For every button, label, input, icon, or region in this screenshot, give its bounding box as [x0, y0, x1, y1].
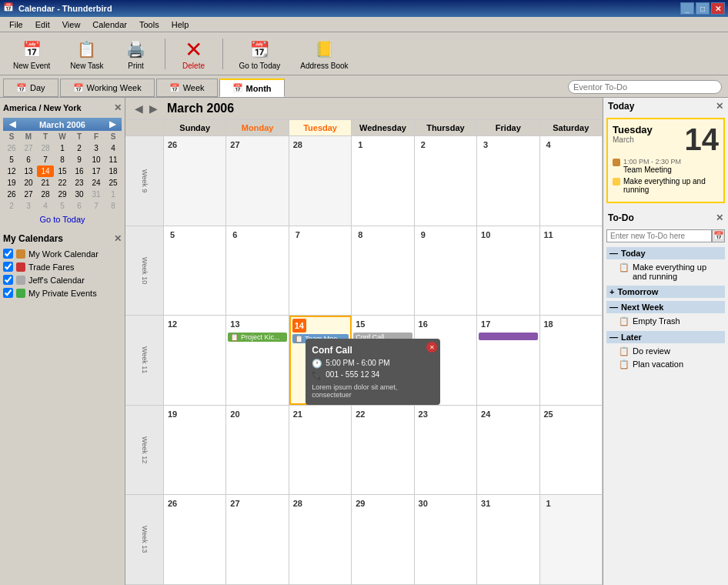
- mini-cal-day[interactable]: 26: [3, 142, 20, 154]
- day-10[interactable]: 10: [477, 226, 539, 316]
- day-27-mar[interactable]: 27: [226, 495, 289, 584]
- calendar-name-jeff[interactable]: Jeff's Calendar: [28, 276, 85, 285]
- day-27-feb[interactable]: 27: [226, 136, 289, 226]
- mini-cal-day[interactable]: 11: [105, 154, 122, 165]
- calendar-name-private[interactable]: My Private Events: [28, 289, 97, 298]
- day-7[interactable]: 7: [289, 226, 352, 316]
- address-book-button[interactable]: 📒 Address Book: [293, 33, 355, 74]
- todo-group-today-header[interactable]: — Today: [606, 247, 725, 259]
- mini-cal-day[interactable]: 14: [37, 165, 54, 177]
- day-23[interactable]: 23: [415, 406, 477, 495]
- day-2[interactable]: 2: [415, 136, 477, 226]
- day-9[interactable]: 9: [415, 226, 477, 316]
- mini-cal-day[interactable]: 3: [88, 142, 105, 154]
- day-25[interactable]: 25: [540, 406, 603, 495]
- project-kickoff-event[interactable]: 📋 Project Kic...: [228, 333, 286, 342]
- mini-cal-day[interactable]: 1: [54, 142, 71, 154]
- menu-calendar[interactable]: Calendar: [86, 18, 133, 31]
- menu-edit[interactable]: Edit: [29, 18, 56, 31]
- calendar-checkbox-trade[interactable]: [3, 262, 13, 272]
- mini-cal-day[interactable]: 18: [105, 165, 122, 177]
- tab-month[interactable]: 📅 Month: [219, 79, 285, 97]
- mini-cal-day[interactable]: 12: [3, 165, 20, 177]
- mini-cal-day[interactable]: 4: [105, 142, 122, 154]
- mini-cal-day[interactable]: 9: [71, 154, 88, 165]
- mini-cal-day[interactable]: 8: [105, 200, 122, 212]
- mini-cal-day[interactable]: 16: [71, 165, 88, 177]
- mini-cal-day[interactable]: 6: [71, 200, 88, 212]
- popup-close-button[interactable]: ✕: [426, 342, 437, 353]
- todo-input[interactable]: [606, 229, 712, 242]
- restore-button[interactable]: □: [696, 2, 710, 15]
- day-3[interactable]: 3: [477, 136, 539, 226]
- menu-tools[interactable]: Tools: [133, 18, 165, 31]
- mini-cal-day[interactable]: 20: [20, 177, 37, 189]
- mini-cal-day[interactable]: 17: [88, 165, 105, 177]
- tab-day[interactable]: 📅 Day: [3, 79, 58, 97]
- day-28-mar[interactable]: 28: [289, 495, 352, 584]
- mini-cal-day[interactable]: 7: [88, 200, 105, 212]
- mini-cal-day[interactable]: 26: [3, 189, 20, 200]
- day-17[interactable]: 17: [477, 316, 539, 405]
- day-18[interactable]: 18: [540, 316, 603, 405]
- mini-cal-day[interactable]: 23: [71, 177, 88, 189]
- mini-cal-day[interactable]: 24: [88, 177, 105, 189]
- mini-cal-day[interactable]: 5: [3, 154, 20, 165]
- mini-cal-day[interactable]: 22: [54, 177, 71, 189]
- mini-cal-day[interactable]: 28: [37, 189, 54, 200]
- mini-cal-day[interactable]: 29: [54, 189, 71, 200]
- mini-cal-day[interactable]: 27: [20, 142, 37, 154]
- mini-cal-day[interactable]: 4: [37, 200, 54, 212]
- day-22[interactable]: 22: [352, 406, 414, 495]
- mini-cal-day[interactable]: 10: [88, 154, 105, 165]
- day-21[interactable]: 21: [289, 406, 352, 495]
- todo-group-next-week-header[interactable]: — Next Week: [606, 301, 725, 313]
- go-today-button[interactable]: 📆 Go to Today: [232, 33, 288, 74]
- mini-cal-day[interactable]: 1: [105, 189, 122, 200]
- new-task-button[interactable]: 📋 New Task: [63, 33, 110, 74]
- minimize-button[interactable]: _: [680, 2, 694, 15]
- mini-cal-day[interactable]: 30: [71, 189, 88, 200]
- todo-group-tomorrow-header[interactable]: + Tomorrow: [606, 286, 725, 298]
- day-1[interactable]: 1: [352, 136, 414, 226]
- mini-cal-day[interactable]: 19: [3, 177, 20, 189]
- mini-cal-day[interactable]: 7: [37, 154, 54, 165]
- day-13[interactable]: 13 📋 Project Kic...: [226, 316, 289, 405]
- mini-cal-day[interactable]: 31: [88, 189, 105, 200]
- day-26-mar[interactable]: 26: [164, 495, 226, 584]
- calendars-close-button[interactable]: ✕: [114, 233, 122, 244]
- calendar-checkbox-jeff[interactable]: [3, 275, 13, 285]
- day-26-feb[interactable]: 26: [164, 136, 226, 226]
- tab-week[interactable]: 📅 Week: [156, 79, 218, 97]
- day-29-mar[interactable]: 29: [352, 495, 414, 584]
- day-28-feb[interactable]: 28: [289, 136, 352, 226]
- mini-cal-day[interactable]: 3: [20, 200, 37, 212]
- timezone-close-button[interactable]: ✕: [114, 102, 122, 113]
- day-12[interactable]: 12: [164, 316, 226, 405]
- new-event-button[interactable]: 📅 New Event: [6, 33, 57, 74]
- mini-cal-day[interactable]: 28: [37, 142, 54, 154]
- day-31-mar[interactable]: 31: [477, 495, 539, 584]
- mini-cal-day[interactable]: 13: [20, 165, 37, 177]
- close-button[interactable]: ✕: [711, 2, 725, 15]
- day-30-mar[interactable]: 30: [415, 495, 477, 584]
- menu-file[interactable]: File: [3, 18, 29, 31]
- mini-cal-day[interactable]: 2: [71, 142, 88, 154]
- today-section-close[interactable]: ✕: [716, 101, 723, 112]
- menu-help[interactable]: Help: [165, 18, 195, 31]
- tab-working-week[interactable]: 📅 Working Week: [60, 79, 155, 97]
- window-controls[interactable]: _ □ ✕: [680, 2, 725, 15]
- day-8[interactable]: 8: [352, 226, 414, 316]
- day-5[interactable]: 5: [164, 226, 226, 316]
- day-6[interactable]: 6: [226, 226, 289, 316]
- day-15[interactable]: 15 Conf Call 🎬 Cinema ✕ Conf Call 🕐 5:00…: [352, 316, 414, 405]
- day-24[interactable]: 24: [477, 406, 539, 495]
- todo-calendar-button[interactable]: 📅: [712, 229, 725, 242]
- mini-cal-day[interactable]: 15: [54, 165, 71, 177]
- mini-cal-day[interactable]: 21: [37, 177, 54, 189]
- purple-event[interactable]: [479, 333, 537, 340]
- mini-cal-day[interactable]: 8: [54, 154, 71, 165]
- calendar-name-work[interactable]: My Work Calendar: [28, 249, 99, 259]
- day-1-apr[interactable]: 1: [540, 495, 603, 584]
- mini-cal-prev-button[interactable]: ◀: [6, 119, 18, 129]
